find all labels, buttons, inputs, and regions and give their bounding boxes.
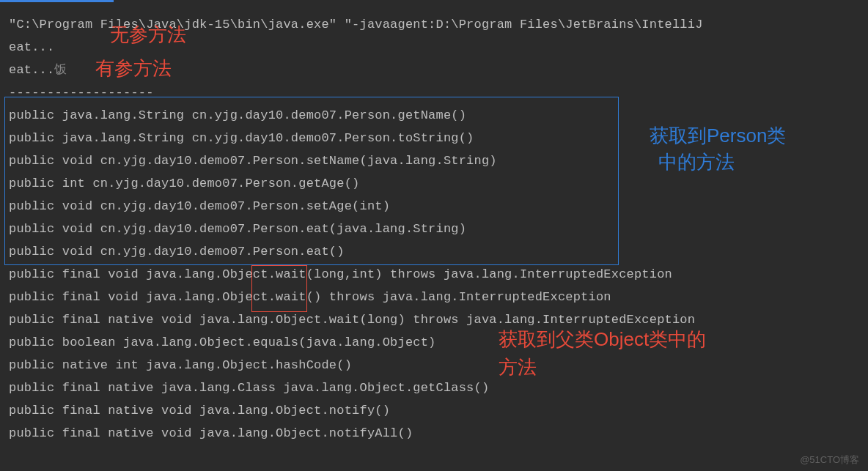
console-line: public void cn.yjg.day10.demo07.Person.e… [9,240,861,263]
watermark: @51CTO博客 [800,453,859,467]
console-line: public final native void java.lang.Objec… [9,308,861,331]
console-line: public java.lang.String cn.yjg.day10.dem… [9,127,861,149]
console-line: ------------------- [9,81,861,104]
run-progress-bar [0,0,114,2]
console-line: public final native void java.lang.Objec… [9,399,861,422]
console-cn-char: 饭 [54,63,67,77]
console-line: public final native void java.lang.Objec… [9,422,861,445]
console-line: public final void java.lang.Object.wait(… [9,286,861,308]
console-line: eat... [9,36,861,59]
console-line: public final native java.lang.Class java… [9,377,861,399]
console-line: "C:\Program Files\Java\jdk-15\bin\java.e… [9,13,861,36]
console-output: "C:\Program Files\Java\jdk-15\bin\java.e… [9,13,861,445]
console-line: public final void java.lang.Object.wait(… [9,263,861,286]
console-line: public void cn.yjg.day10.demo07.Person.s… [9,195,861,218]
console-line: public void cn.yjg.day10.demo07.Person.e… [9,218,861,240]
console-line: public int cn.yjg.day10.demo07.Person.ge… [9,172,861,195]
console-line: public native int java.lang.Object.hashC… [9,354,861,377]
console-line: public void cn.yjg.day10.demo07.Person.s… [9,149,861,172]
console-line: eat...饭 [9,59,861,81]
console-line: public boolean java.lang.Object.equals(j… [9,331,861,354]
console-line: public java.lang.String cn.yjg.day10.dem… [9,104,861,127]
